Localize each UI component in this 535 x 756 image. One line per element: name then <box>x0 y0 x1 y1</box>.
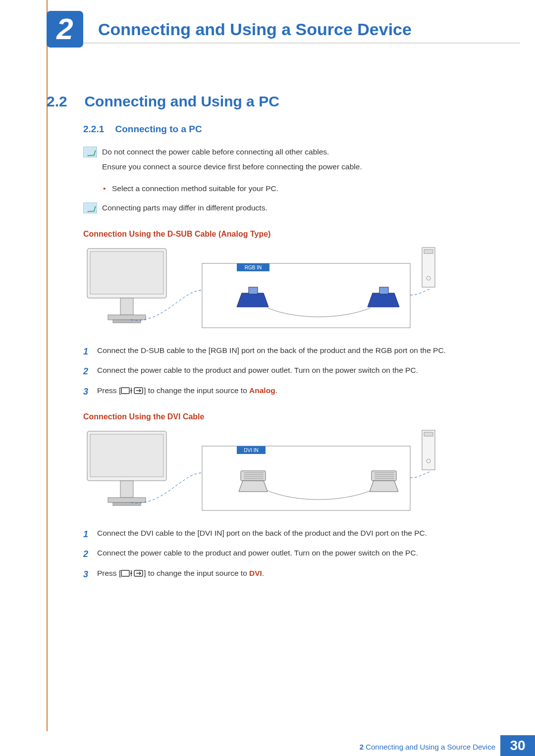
page-number: 30 <box>510 738 525 754</box>
header-divider <box>83 43 520 44</box>
steps-dsub: 1 Connect the D-SUB cable to the [RGB IN… <box>83 344 481 400</box>
step-item: 1 Connect the DVI cable to the [DVI IN] … <box>83 527 481 542</box>
step-item: 1 Connect the D-SUB cable to the [RGB IN… <box>83 344 481 359</box>
svg-rect-12 <box>379 287 388 294</box>
bullet-text: Select a connection method suitable for … <box>112 183 278 195</box>
chapter-number: 2 <box>56 14 73 44</box>
svg-rect-21 <box>424 432 433 436</box>
page-number-badge: 30 <box>500 735 535 756</box>
step-text: Press [] to change the input source to D… <box>97 567 481 582</box>
svg-rect-16 <box>90 434 163 477</box>
connection-heading-dsub: Connection Using the D-SUB Cable (Analog… <box>83 230 481 239</box>
svg-rect-3 <box>108 315 146 320</box>
chapter-title: Connecting and Using a Source Device <box>98 20 412 39</box>
step-number: 1 <box>83 527 97 542</box>
subsection-number: 2.2.1 <box>83 124 113 135</box>
note-block: Connecting parts may differ in different… <box>83 202 481 216</box>
connection-heading-dvi: Connection Using the DVI Cable <box>83 412 481 421</box>
figure-dsub-connection: RGB IN <box>83 246 440 332</box>
subsection-title: Connecting to a PC <box>115 124 202 134</box>
svg-rect-17 <box>120 481 133 498</box>
footer-chapter-ref: 2 Connecting and Using a Source Device <box>360 743 495 751</box>
note-block: Do not connect the power cable before co… <box>83 146 481 176</box>
figure-dvi-connection: DVI IN <box>83 428 440 515</box>
svg-rect-1 <box>90 252 163 294</box>
note-text: Do not connect the power cable before co… <box>102 146 481 158</box>
step-number: 1 <box>83 344 97 359</box>
note-icon <box>83 147 97 157</box>
svg-rect-36 <box>121 570 129 576</box>
svg-rect-6 <box>424 250 433 253</box>
svg-rect-18 <box>108 498 146 503</box>
chapter-number-badge: 2 <box>47 11 83 48</box>
svg-rect-26 <box>241 471 266 481</box>
note-icon <box>83 202 97 213</box>
step-number: 3 <box>83 567 97 582</box>
step-text: Connect the power cable to the product a… <box>97 364 481 379</box>
svg-text:DVI IN: DVI IN <box>244 448 258 453</box>
bullet-item: • Select a connection method suitable fo… <box>103 183 481 195</box>
step-item: 2 Connect the power cable to the product… <box>83 547 481 562</box>
step-item: 2 Connect the power cable to the product… <box>83 364 481 379</box>
section-title: Connecting and Using a PC <box>84 93 279 109</box>
step-text: Press [] to change the input source to A… <box>97 384 481 400</box>
steps-dvi: 1 Connect the DVI cable to the [DVI IN] … <box>83 527 481 582</box>
source-button-icon <box>121 386 144 395</box>
step-item: 3 Press [] to change the input source to… <box>83 384 481 400</box>
svg-rect-13 <box>121 388 129 394</box>
page-footer: 2 Connecting and Using a Source Device 3… <box>0 732 535 756</box>
note-text: Ensure you connect a source device first… <box>102 160 481 173</box>
source-button-icon <box>121 569 144 578</box>
step-item: 3 Press [] to change the input source to… <box>83 567 481 582</box>
svg-rect-2 <box>120 298 133 315</box>
svg-rect-11 <box>249 287 258 294</box>
step-text: Connect the D-SUB cable to the [RGB IN] … <box>97 344 481 359</box>
note-text: Connecting parts may differ in different… <box>102 202 481 214</box>
step-text: Connect the power cable to the product a… <box>97 547 481 562</box>
svg-text:RGB IN: RGB IN <box>245 265 262 270</box>
svg-rect-27 <box>372 471 396 481</box>
section-heading: 2.2 Connecting and Using a PC <box>47 93 279 110</box>
bullet-icon: • <box>103 183 112 195</box>
section-number: 2.2 <box>47 93 82 110</box>
step-number: 2 <box>83 547 97 562</box>
step-number: 3 <box>83 384 97 400</box>
subsection-heading: 2.2.1 Connecting to a PC <box>83 124 481 135</box>
step-number: 2 <box>83 364 97 379</box>
step-text: Connect the DVI cable to the [DVI IN] po… <box>97 527 481 542</box>
chapter-header: 2 Connecting and Using a Source Device <box>47 13 535 48</box>
